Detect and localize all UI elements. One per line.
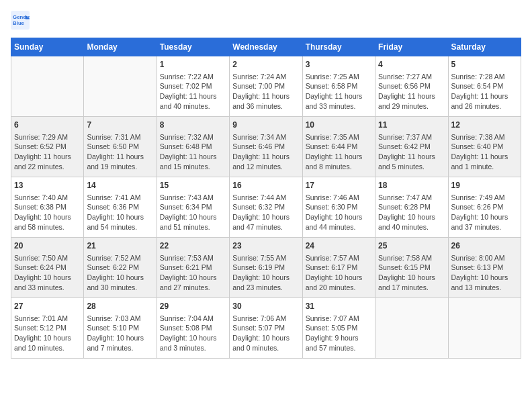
day-info: Sunrise: 7:01 AM Sunset: 5:12 PM Dayligh… [14,314,81,353]
day-number: 28 [87,301,153,312]
calendar-week-row: 27Sunrise: 7:01 AM Sunset: 5:12 PM Dayli… [11,298,521,359]
day-number: 8 [160,120,226,131]
calendar-cell: 12Sunrise: 7:38 AM Sunset: 6:40 PM Dayli… [448,117,521,177]
day-number: 29 [160,301,226,312]
logo-icon: General Blue [11,11,30,30]
day-info: Sunrise: 7:47 AM Sunset: 6:28 PM Dayligh… [378,193,445,232]
calendar-cell: 6Sunrise: 7:29 AM Sunset: 6:52 PM Daylig… [11,117,84,177]
header-tuesday: Tuesday [157,38,229,56]
day-info: Sunrise: 7:53 AM Sunset: 6:21 PM Dayligh… [160,253,226,293]
calendar-cell: 15Sunrise: 7:43 AM Sunset: 6:34 PM Dayli… [157,177,229,238]
day-info: Sunrise: 7:34 AM Sunset: 6:46 PM Dayligh… [232,132,299,172]
day-number: 13 [14,180,81,191]
day-info: Sunrise: 7:35 AM Sunset: 6:44 PM Dayligh… [306,132,372,172]
calendar-cell: 17Sunrise: 7:46 AM Sunset: 6:30 PM Dayli… [302,177,375,238]
calendar-cell: 1Sunrise: 7:22 AM Sunset: 7:02 PM Daylig… [157,56,229,117]
day-number: 6 [14,120,81,131]
day-info: Sunrise: 7:55 AM Sunset: 6:19 PM Dayligh… [232,253,299,293]
header-thursday: Thursday [302,38,375,56]
calendar-week-row: 1Sunrise: 7:22 AM Sunset: 7:02 PM Daylig… [11,56,521,117]
day-info: Sunrise: 7:32 AM Sunset: 6:48 PM Dayligh… [160,132,226,172]
day-number: 7 [87,120,153,131]
header-saturday: Saturday [448,38,521,56]
day-number: 27 [14,301,81,312]
day-info: Sunrise: 7:25 AM Sunset: 6:58 PM Dayligh… [306,72,372,111]
day-info: Sunrise: 7:46 AM Sunset: 6:30 PM Dayligh… [306,193,372,232]
calendar-header-row: SundayMondayTuesdayWednesdayThursdayFrid… [11,38,521,56]
day-number: 16 [232,180,299,191]
calendar-cell: 5Sunrise: 7:28 AM Sunset: 6:54 PM Daylig… [448,56,521,117]
day-info: Sunrise: 7:07 AM Sunset: 5:05 PM Dayligh… [306,314,372,353]
calendar-cell: 30Sunrise: 7:06 AM Sunset: 5:07 PM Dayli… [230,298,302,359]
day-info: Sunrise: 7:38 AM Sunset: 6:40 PM Dayligh… [451,132,518,172]
calendar-cell: 2Sunrise: 7:24 AM Sunset: 7:00 PM Daylig… [230,56,302,117]
day-info: Sunrise: 7:57 AM Sunset: 6:17 PM Dayligh… [306,253,372,293]
day-info: Sunrise: 7:58 AM Sunset: 6:15 PM Dayligh… [378,253,445,293]
day-number: 2 [232,59,299,71]
day-number: 25 [378,240,445,252]
day-number: 10 [306,120,372,131]
day-number: 18 [378,180,445,191]
day-info: Sunrise: 7:06 AM Sunset: 5:07 PM Dayligh… [232,314,299,353]
logo: General Blue [11,11,32,30]
day-number: 31 [306,301,372,312]
calendar-week-row: 20Sunrise: 7:50 AM Sunset: 6:24 PM Dayli… [11,238,521,298]
calendar-week-row: 13Sunrise: 7:40 AM Sunset: 6:38 PM Dayli… [11,177,521,238]
calendar-week-row: 6Sunrise: 7:29 AM Sunset: 6:52 PM Daylig… [11,117,521,177]
day-number: 30 [232,301,299,312]
day-number: 11 [378,120,445,131]
day-number: 9 [232,120,299,131]
day-number: 1 [160,59,226,71]
day-info: Sunrise: 7:43 AM Sunset: 6:34 PM Dayligh… [160,193,226,232]
day-number: 22 [160,240,226,252]
svg-text:Blue: Blue [13,20,25,26]
calendar-cell: 19Sunrise: 7:49 AM Sunset: 6:26 PM Dayli… [448,177,521,238]
day-info: Sunrise: 7:24 AM Sunset: 7:00 PM Dayligh… [232,72,299,111]
calendar-cell: 31Sunrise: 7:07 AM Sunset: 5:05 PM Dayli… [302,298,375,359]
calendar-cell: 26Sunrise: 8:00 AM Sunset: 6:13 PM Dayli… [448,238,521,298]
day-number: 4 [378,59,445,71]
calendar-cell: 13Sunrise: 7:40 AM Sunset: 6:38 PM Dayli… [11,177,84,238]
calendar-cell: 9Sunrise: 7:34 AM Sunset: 6:46 PM Daylig… [230,117,302,177]
page-header: General Blue [11,11,521,30]
calendar-cell: 29Sunrise: 7:04 AM Sunset: 5:08 PM Dayli… [157,298,229,359]
calendar-cell: 21Sunrise: 7:52 AM Sunset: 6:22 PM Dayli… [84,238,157,298]
day-number: 5 [451,59,518,71]
calendar-cell: 3Sunrise: 7:25 AM Sunset: 6:58 PM Daylig… [302,56,375,117]
day-info: Sunrise: 7:04 AM Sunset: 5:08 PM Dayligh… [160,314,226,353]
day-number: 23 [232,240,299,252]
calendar-cell [11,56,84,117]
day-number: 21 [87,240,153,252]
calendar-cell: 20Sunrise: 7:50 AM Sunset: 6:24 PM Dayli… [11,238,84,298]
calendar-cell: 28Sunrise: 7:03 AM Sunset: 5:10 PM Dayli… [84,298,157,359]
calendar-cell: 4Sunrise: 7:27 AM Sunset: 6:56 PM Daylig… [375,56,448,117]
day-info: Sunrise: 7:44 AM Sunset: 6:32 PM Dayligh… [232,193,299,232]
day-number: 20 [14,240,81,252]
day-number: 19 [451,180,518,191]
calendar-table: SundayMondayTuesdayWednesdayThursdayFrid… [11,38,521,359]
day-number: 24 [306,240,372,252]
calendar-cell: 25Sunrise: 7:58 AM Sunset: 6:15 PM Dayli… [375,238,448,298]
day-number: 14 [87,180,153,191]
day-info: Sunrise: 7:40 AM Sunset: 6:38 PM Dayligh… [14,193,81,232]
calendar-cell: 8Sunrise: 7:32 AM Sunset: 6:48 PM Daylig… [157,117,229,177]
calendar-cell [375,298,448,359]
day-info: Sunrise: 7:03 AM Sunset: 5:10 PM Dayligh… [87,314,153,353]
calendar-cell [448,298,521,359]
calendar-cell: 23Sunrise: 7:55 AM Sunset: 6:19 PM Dayli… [230,238,302,298]
day-info: Sunrise: 7:41 AM Sunset: 6:36 PM Dayligh… [87,193,153,232]
calendar-cell: 14Sunrise: 7:41 AM Sunset: 6:36 PM Dayli… [84,177,157,238]
header-wednesday: Wednesday [230,38,302,56]
header-friday: Friday [375,38,448,56]
day-number: 26 [451,240,518,252]
header-monday: Monday [84,38,157,56]
calendar-cell: 18Sunrise: 7:47 AM Sunset: 6:28 PM Dayli… [375,177,448,238]
day-info: Sunrise: 7:31 AM Sunset: 6:50 PM Dayligh… [87,132,153,172]
calendar-cell: 11Sunrise: 7:37 AM Sunset: 6:42 PM Dayli… [375,117,448,177]
day-info: Sunrise: 7:50 AM Sunset: 6:24 PM Dayligh… [14,253,81,293]
day-info: Sunrise: 7:52 AM Sunset: 6:22 PM Dayligh… [87,253,153,293]
day-info: Sunrise: 7:27 AM Sunset: 6:56 PM Dayligh… [378,72,445,111]
calendar-cell: 22Sunrise: 7:53 AM Sunset: 6:21 PM Dayli… [157,238,229,298]
day-number: 15 [160,180,226,191]
day-info: Sunrise: 7:49 AM Sunset: 6:26 PM Dayligh… [451,193,518,232]
